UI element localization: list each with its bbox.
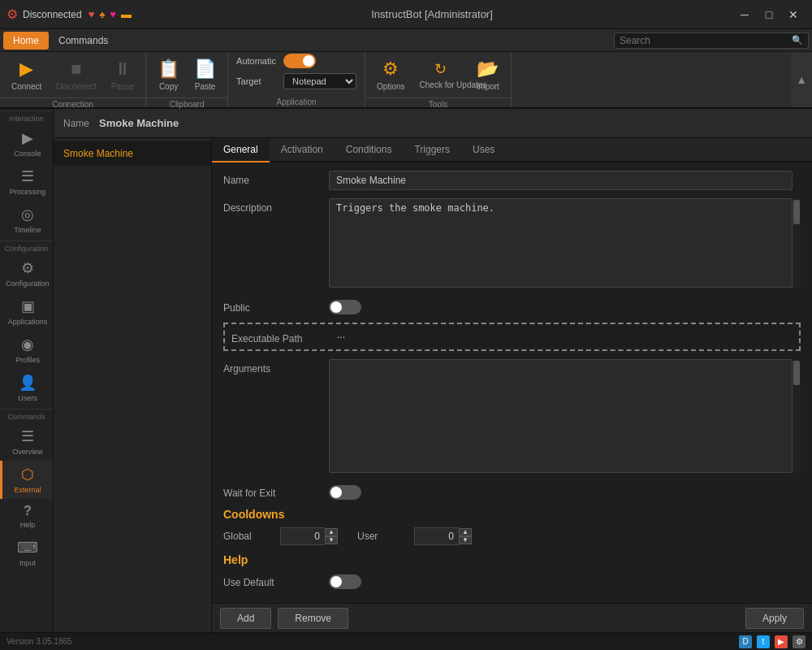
help-title: Help bbox=[223, 553, 801, 566]
sidebar-item-profiles[interactable]: ◉ Profiles bbox=[0, 331, 53, 369]
tray-icon-4: ▬ bbox=[121, 8, 132, 20]
executable-path-label: Executable Path bbox=[231, 329, 337, 344]
toolbar: ▶ Connect ■ Disconnect ⏸ Pause Connectio… bbox=[0, 52, 812, 109]
bottom-bar: Add Remove Apply bbox=[212, 603, 812, 632]
sidebar-label-console: Console bbox=[14, 150, 41, 158]
tabs-bar: General Activation Conditions Triggers U… bbox=[212, 138, 812, 162]
apply-button[interactable]: Apply bbox=[745, 608, 804, 629]
import-button[interactable]: 📂 Import bbox=[470, 55, 506, 94]
target-label: Target bbox=[236, 76, 277, 86]
sidebar-item-applications[interactable]: ▣ Applications bbox=[0, 292, 53, 331]
sidebar-item-help[interactable]: ? Help bbox=[0, 499, 53, 534]
search-input[interactable] bbox=[620, 35, 792, 46]
target-dropdown[interactable]: Notepad bbox=[283, 73, 356, 89]
sidebar-label-overview: Overview bbox=[12, 448, 43, 456]
options-label: Options bbox=[377, 82, 404, 91]
breadcrumb: Name bbox=[63, 118, 89, 129]
connect-label: Connect bbox=[11, 82, 41, 91]
application-section-label: Application bbox=[236, 98, 356, 106]
content-area: Name Smoke Machine Smoke Machine General… bbox=[54, 109, 812, 632]
connect-icon: ▶ bbox=[19, 58, 33, 80]
executable-path-section: Executable Path ... bbox=[223, 323, 801, 351]
sidebar-item-users[interactable]: 👤 Users bbox=[0, 369, 53, 407]
global-input[interactable] bbox=[280, 527, 325, 545]
description-label: Description bbox=[223, 198, 329, 214]
sidebar-label-processing: Processing bbox=[10, 188, 46, 196]
toolbar-collapse-button[interactable]: ▲ bbox=[791, 52, 812, 107]
copy-label: Copy bbox=[159, 82, 178, 91]
processing-icon: ☰ bbox=[21, 167, 34, 185]
arguments-row: Arguments bbox=[223, 359, 801, 475]
public-toggle[interactable] bbox=[329, 300, 361, 314]
sidebar-item-timeline[interactable]: ◎ Timeline bbox=[0, 201, 53, 239]
sidebar-item-external[interactable]: ⬡ External bbox=[0, 461, 53, 499]
public-row: Public bbox=[223, 298, 801, 314]
sidebar-item-configuration[interactable]: ⚙ Configuration bbox=[0, 254, 53, 292]
user-label: User bbox=[357, 531, 406, 542]
tab-activation[interactable]: Activation bbox=[270, 138, 335, 162]
user-input[interactable] bbox=[414, 527, 459, 545]
timeline-icon: ◎ bbox=[21, 206, 34, 223]
check-updates-icon: ↻ bbox=[434, 60, 447, 78]
sidebar-label-timeline: Timeline bbox=[14, 226, 41, 234]
sidebar-item-console[interactable]: ▶ Console bbox=[0, 124, 53, 162]
pause-icon: ⏸ bbox=[114, 58, 132, 80]
connect-button[interactable]: ▶ Connect bbox=[5, 55, 48, 94]
sidebar-group-configuration: Configuration bbox=[0, 240, 53, 254]
profiles-icon: ◉ bbox=[21, 336, 34, 353]
sidebar-item-overview[interactable]: ☰ Overview bbox=[0, 422, 53, 461]
tab-conditions[interactable]: Conditions bbox=[335, 138, 404, 162]
add-button[interactable]: Add bbox=[220, 608, 271, 629]
arguments-textarea[interactable] bbox=[329, 359, 793, 473]
youtube-icon: ▶ bbox=[775, 635, 788, 648]
input-icon: ⌨ bbox=[17, 539, 38, 557]
remove-button[interactable]: Remove bbox=[278, 608, 348, 629]
menu-commands[interactable]: Commands bbox=[49, 32, 118, 50]
app-logo-icon: ⚙ bbox=[6, 6, 18, 22]
global-spinbox: ▲ ▼ bbox=[280, 527, 338, 545]
pause-label: Pause bbox=[111, 82, 134, 91]
check-updates-label: Check for Updates bbox=[420, 80, 462, 89]
wait-for-exit-toggle[interactable] bbox=[329, 485, 361, 500]
version-text: Version 3.05.1865 bbox=[6, 637, 72, 646]
use-default-toggle[interactable] bbox=[329, 574, 361, 589]
disconnect-button[interactable]: ■ Disconnect bbox=[50, 55, 102, 94]
global-increment[interactable]: ▲ bbox=[325, 528, 338, 536]
description-textarea[interactable]: Triggers the smoke machine. bbox=[329, 198, 793, 288]
titlebar: ⚙ Disconnected ♥ ♠ ♥ ▬ InstructBot [Admi… bbox=[0, 0, 812, 29]
pause-button[interactable]: ⏸ Pause bbox=[105, 55, 140, 94]
minimize-button[interactable]: ─ bbox=[732, 3, 757, 26]
import-icon: 📂 bbox=[477, 58, 499, 80]
automatic-toggle[interactable] bbox=[283, 54, 316, 68]
console-icon: ▶ bbox=[22, 129, 33, 147]
options-icon: ⚙ bbox=[382, 58, 399, 80]
close-button[interactable]: ✕ bbox=[781, 3, 806, 26]
tray-icon-2: ♠ bbox=[99, 8, 105, 20]
global-decrement[interactable]: ▼ bbox=[325, 536, 338, 544]
tab-triggers[interactable]: Triggers bbox=[403, 138, 461, 162]
maximize-button[interactable]: □ bbox=[757, 3, 781, 26]
name-input[interactable] bbox=[329, 171, 793, 190]
menu-home[interactable]: Home bbox=[3, 32, 49, 50]
executable-path-row: Executable Path ... bbox=[231, 329, 793, 344]
command-list-item[interactable]: Smoke Machine bbox=[54, 141, 211, 166]
name-row: Name bbox=[223, 171, 801, 190]
content-header: Name Smoke Machine bbox=[54, 109, 812, 138]
user-increment[interactable]: ▲ bbox=[459, 528, 472, 536]
user-decrement[interactable]: ▼ bbox=[459, 536, 472, 544]
sidebar-item-processing[interactable]: ☰ Processing bbox=[0, 162, 53, 201]
global-spinbox-buttons: ▲ ▼ bbox=[325, 528, 338, 544]
sidebar-item-input[interactable]: ⌨ Input bbox=[0, 534, 53, 572]
wait-for-exit-control bbox=[329, 483, 801, 500]
check-updates-button[interactable]: ↻ Check for Updates bbox=[413, 57, 469, 93]
description-row: Description Triggers the smoke machine. bbox=[223, 198, 801, 290]
sidebar-label-users: Users bbox=[18, 394, 37, 402]
tab-uses[interactable]: Uses bbox=[461, 138, 506, 162]
copy-button[interactable]: 📋 Copy bbox=[151, 55, 186, 94]
application-section: Automatic Target Notepad Application bbox=[228, 52, 365, 107]
paste-button[interactable]: 📄 Paste bbox=[188, 55, 222, 94]
tab-general[interactable]: General bbox=[212, 138, 270, 162]
options-button[interactable]: ⚙ Options bbox=[370, 55, 411, 94]
extra-icon: ⚙ bbox=[793, 635, 806, 648]
name-field-label: Name bbox=[223, 171, 329, 186]
